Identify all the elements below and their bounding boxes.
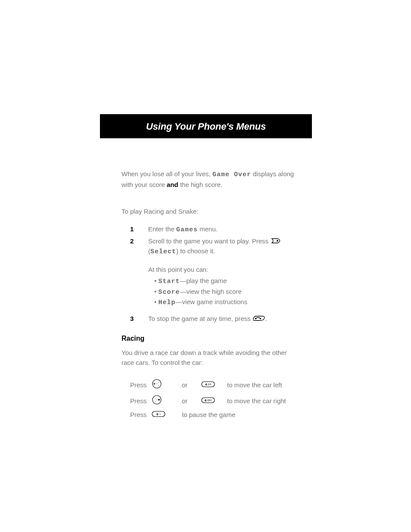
dpad-left-icon bbox=[152, 379, 162, 392]
key-row-pause: Press 0+ to pause the game bbox=[130, 410, 311, 420]
step-2-after-select: to choose it. bbox=[178, 247, 215, 255]
key-or-label: or bbox=[182, 396, 201, 406]
softkey-right-icon bbox=[270, 237, 282, 247]
step-2-subintro: At this point you can: bbox=[148, 265, 311, 275]
svg-point-13 bbox=[156, 399, 157, 400]
racing-p-b: race cars. To control the car: bbox=[121, 358, 311, 368]
step-number: 3 bbox=[130, 314, 134, 324]
svg-point-6 bbox=[156, 383, 157, 384]
svg-rect-2 bbox=[260, 318, 261, 319]
option-start-desc: —play the game bbox=[180, 277, 227, 284]
steps-list: 1 Enter the Games menu. 2 Scroll to the … bbox=[121, 224, 311, 324]
svg-point-5 bbox=[158, 385, 159, 386]
step-2: 2 Scroll to the game you want to play. P… bbox=[130, 236, 311, 308]
game-over-label: Game Over bbox=[212, 171, 251, 178]
svg-text:+: + bbox=[159, 413, 161, 415]
step-1-after: menu. bbox=[198, 225, 218, 233]
svg-point-4 bbox=[158, 382, 159, 383]
svg-text:GHI: GHI bbox=[208, 383, 211, 386]
key-press-label: Press bbox=[130, 396, 152, 406]
step-2-before: Scroll to the game you want to play. Pre… bbox=[148, 237, 270, 245]
dpad-right-icon bbox=[152, 395, 162, 408]
racing-keys: Press or 4GHI to move the car left Press… bbox=[130, 379, 311, 420]
intro-text-2: displays along bbox=[251, 170, 294, 177]
step-3-before: To stop the game at any time, press bbox=[148, 315, 252, 322]
key-6-icon: 6MNO bbox=[201, 396, 215, 406]
step-1-mono: Games bbox=[176, 226, 198, 233]
option-help: Help bbox=[158, 299, 175, 306]
svg-text:4: 4 bbox=[205, 383, 207, 386]
step-1: 1 Enter the Games menu. bbox=[130, 224, 311, 235]
step-2-options: • Start—play the game • Score—view the h… bbox=[148, 276, 311, 308]
step-number: 1 bbox=[130, 224, 134, 234]
end-key-icon bbox=[252, 314, 265, 324]
intro-paragraph: When you lose all of your lives, Game Ov… bbox=[121, 169, 311, 190]
svg-text:MNO: MNO bbox=[207, 399, 212, 401]
chapter-title: Using Your Phone's Menus bbox=[146, 119, 266, 134]
key-0-icon: 0+ bbox=[152, 410, 165, 420]
step-1-before: Enter the bbox=[148, 225, 176, 233]
key-4-icon: 4GHI bbox=[201, 380, 215, 390]
key-desc-right: to move the car right bbox=[227, 396, 311, 406]
svg-point-0 bbox=[277, 240, 278, 242]
key-desc-pause: to pause the game bbox=[182, 410, 311, 420]
option-start: Start bbox=[158, 278, 180, 285]
intro-text-4: the high score. bbox=[178, 181, 223, 188]
key-press-label: Press bbox=[130, 410, 152, 420]
step-3: 3 To stop the game at any time, press . bbox=[130, 314, 311, 324]
racing-p-a: You drive a race car down a track while … bbox=[121, 349, 287, 356]
option-help-desc: —view game instructions bbox=[175, 298, 247, 305]
svg-rect-17 bbox=[152, 411, 165, 417]
svg-point-11 bbox=[155, 398, 156, 398]
key-row-right: Press or 6MNO to move the car right bbox=[130, 395, 311, 408]
svg-text:0: 0 bbox=[156, 412, 159, 416]
select-label: Select bbox=[150, 248, 176, 255]
racing-heading: Racing bbox=[121, 333, 311, 344]
racing-paragraph: You drive a race car down a track while … bbox=[121, 348, 311, 367]
procedure-intro: To play Racing and Snake: bbox=[121, 207, 311, 217]
option-score-desc: —view the high score bbox=[180, 288, 241, 295]
key-press-label: Press bbox=[130, 380, 152, 390]
intro-and: and bbox=[167, 181, 178, 188]
svg-text:6: 6 bbox=[205, 398, 207, 402]
option-score: Score bbox=[158, 289, 180, 296]
step-number: 2 bbox=[130, 236, 134, 246]
svg-point-12 bbox=[155, 401, 156, 402]
svg-rect-1 bbox=[255, 318, 256, 319]
key-row-left: Press or 4GHI to move the car left bbox=[130, 379, 311, 392]
chapter-header: Using Your Phone's Menus bbox=[100, 114, 312, 138]
key-or-label: or bbox=[182, 380, 201, 390]
key-desc-left: to move the car left bbox=[227, 380, 311, 390]
intro-text-1: When you lose all of your lives, bbox=[121, 170, 212, 177]
intro-text-3: with your score bbox=[121, 181, 167, 188]
